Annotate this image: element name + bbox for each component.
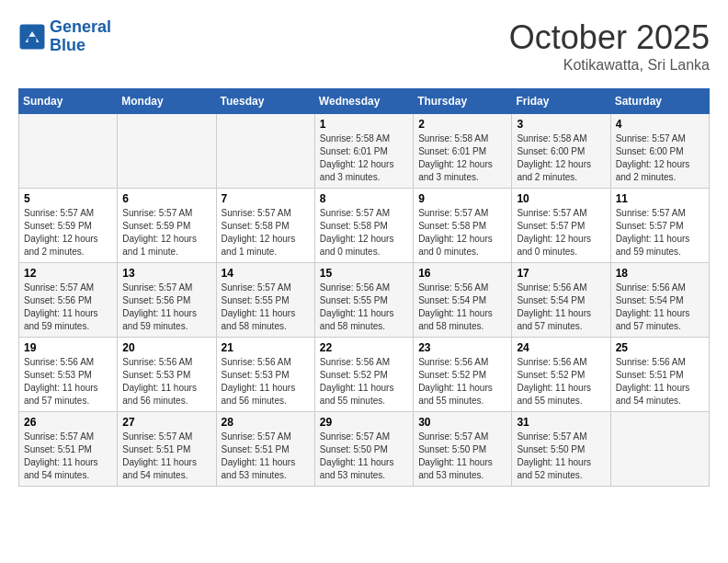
logo-line2: Blue: [50, 36, 85, 54]
svg-rect-2: [28, 37, 37, 42]
calendar-cell: 4Sunrise: 5:57 AMSunset: 6:00 PMDaylight…: [610, 114, 709, 189]
calendar-cell: 11Sunrise: 5:57 AMSunset: 5:57 PMDayligh…: [610, 189, 709, 263]
day-info: Sunrise: 5:56 AMSunset: 5:54 PMDaylight:…: [418, 282, 506, 333]
day-number: 23: [418, 341, 506, 354]
day-info: Sunrise: 5:56 AMSunset: 5:55 PMDaylight:…: [320, 282, 408, 333]
day-info: Sunrise: 5:56 AMSunset: 5:53 PMDaylight:…: [222, 356, 310, 408]
calendar-cell: 17Sunrise: 5:56 AMSunset: 5:54 PMDayligh…: [512, 263, 610, 338]
day-info: Sunrise: 5:56 AMSunset: 5:52 PMDaylight:…: [418, 356, 506, 408]
day-info: Sunrise: 5:57 AMSunset: 5:50 PMDaylight:…: [517, 431, 605, 482]
day-number: 2: [418, 118, 506, 131]
day-info: Sunrise: 5:57 AMSunset: 5:51 PMDaylight:…: [222, 431, 310, 482]
day-number: 6: [122, 192, 210, 205]
calendar-cell: 18Sunrise: 5:56 AMSunset: 5:54 PMDayligh…: [610, 263, 709, 338]
month-title: October 2025: [509, 18, 710, 57]
calendar-cell: 7Sunrise: 5:57 AMSunset: 5:58 PMDaylight…: [216, 189, 314, 263]
day-info: Sunrise: 5:57 AMSunset: 5:59 PMDaylight:…: [24, 207, 112, 259]
day-info: Sunrise: 5:56 AMSunset: 5:54 PMDaylight:…: [517, 282, 605, 333]
week-row-4: 19Sunrise: 5:56 AMSunset: 5:53 PMDayligh…: [19, 338, 710, 412]
calendar-cell: 20Sunrise: 5:56 AMSunset: 5:53 PMDayligh…: [118, 338, 216, 412]
day-number: 21: [222, 341, 310, 354]
calendar-cell: 14Sunrise: 5:57 AMSunset: 5:55 PMDayligh…: [216, 263, 314, 338]
calendar-table: SundayMondayTuesdayWednesdayThursdayFrid…: [18, 88, 710, 487]
calendar-cell: 29Sunrise: 5:57 AMSunset: 5:50 PMDayligh…: [314, 412, 413, 487]
calendar-cell: 12Sunrise: 5:57 AMSunset: 5:56 PMDayligh…: [19, 263, 118, 338]
calendar-cell: 23Sunrise: 5:56 AMSunset: 5:52 PMDayligh…: [414, 338, 512, 412]
day-number: 15: [320, 267, 408, 280]
logo-line1: General: [50, 17, 111, 36]
day-number: 11: [616, 192, 704, 205]
weekday-header-saturday: Saturday: [610, 89, 709, 114]
day-number: 22: [320, 341, 408, 354]
day-info: Sunrise: 5:56 AMSunset: 5:52 PMDaylight:…: [517, 356, 605, 408]
day-info: Sunrise: 5:56 AMSunset: 5:53 PMDaylight:…: [122, 356, 210, 408]
weekday-header-tuesday: Tuesday: [216, 89, 314, 114]
weekday-header-wednesday: Wednesday: [314, 89, 413, 114]
calendar-cell: 3Sunrise: 5:58 AMSunset: 6:00 PMDaylight…: [512, 114, 610, 189]
weekday-header-friday: Friday: [512, 89, 610, 114]
calendar-header: SundayMondayTuesdayWednesdayThursdayFrid…: [19, 89, 710, 114]
location-title: Kotikawatta, Sri Lanka: [509, 57, 710, 74]
day-number: 13: [122, 267, 210, 280]
calendar-cell: 21Sunrise: 5:56 AMSunset: 5:53 PMDayligh…: [216, 338, 314, 412]
calendar-cell: 10Sunrise: 5:57 AMSunset: 5:57 PMDayligh…: [512, 189, 610, 263]
weekday-row: SundayMondayTuesdayWednesdayThursdayFrid…: [19, 89, 710, 114]
day-number: 20: [122, 341, 210, 354]
calendar-cell: 27Sunrise: 5:57 AMSunset: 5:51 PMDayligh…: [118, 412, 216, 487]
calendar-cell: 24Sunrise: 5:56 AMSunset: 5:52 PMDayligh…: [512, 338, 610, 412]
weekday-header-sunday: Sunday: [19, 89, 118, 114]
calendar-cell: [610, 412, 709, 487]
logo-icon: [18, 23, 46, 51]
calendar-cell: [19, 114, 118, 189]
calendar-cell: 5Sunrise: 5:57 AMSunset: 5:59 PMDaylight…: [19, 189, 118, 263]
day-info: Sunrise: 5:57 AMSunset: 5:58 PMDaylight:…: [418, 207, 506, 259]
day-info: Sunrise: 5:56 AMSunset: 5:53 PMDaylight:…: [24, 356, 112, 408]
day-info: Sunrise: 5:57 AMSunset: 5:56 PMDaylight:…: [24, 282, 112, 333]
calendar-cell: [118, 114, 216, 189]
day-info: Sunrise: 5:57 AMSunset: 5:58 PMDaylight:…: [320, 207, 408, 259]
day-number: 30: [418, 416, 506, 429]
day-info: Sunrise: 5:58 AMSunset: 6:01 PMDaylight:…: [320, 132, 408, 184]
day-number: 29: [320, 416, 408, 429]
day-number: 26: [24, 416, 112, 429]
weekday-header-thursday: Thursday: [414, 89, 512, 114]
day-info: Sunrise: 5:57 AMSunset: 5:59 PMDaylight:…: [122, 207, 210, 259]
day-number: 9: [418, 192, 506, 205]
day-info: Sunrise: 5:56 AMSunset: 5:52 PMDaylight:…: [320, 356, 408, 408]
day-number: 19: [24, 341, 112, 354]
day-info: Sunrise: 5:56 AMSunset: 5:54 PMDaylight:…: [616, 282, 704, 333]
day-info: Sunrise: 5:58 AMSunset: 6:01 PMDaylight:…: [418, 132, 506, 184]
day-info: Sunrise: 5:58 AMSunset: 6:00 PMDaylight:…: [517, 132, 605, 184]
calendar-cell: 1Sunrise: 5:58 AMSunset: 6:01 PMDaylight…: [314, 114, 413, 189]
week-row-2: 5Sunrise: 5:57 AMSunset: 5:59 PMDaylight…: [19, 189, 710, 263]
calendar-cell: 26Sunrise: 5:57 AMSunset: 5:51 PMDayligh…: [19, 412, 118, 487]
calendar-cell: 31Sunrise: 5:57 AMSunset: 5:50 PMDayligh…: [512, 412, 610, 487]
calendar-cell: 9Sunrise: 5:57 AMSunset: 5:58 PMDaylight…: [414, 189, 512, 263]
day-number: 12: [24, 267, 112, 280]
calendar-cell: 6Sunrise: 5:57 AMSunset: 5:59 PMDaylight…: [118, 189, 216, 263]
title-area: October 2025 Kotikawatta, Sri Lanka: [509, 18, 710, 74]
day-number: 1: [320, 118, 408, 131]
day-number: 28: [222, 416, 310, 429]
day-info: Sunrise: 5:57 AMSunset: 5:51 PMDaylight:…: [122, 431, 210, 482]
day-info: Sunrise: 5:57 AMSunset: 5:56 PMDaylight:…: [122, 282, 210, 333]
day-number: 8: [320, 192, 408, 205]
day-info: Sunrise: 5:57 AMSunset: 5:57 PMDaylight:…: [616, 207, 704, 259]
day-number: 17: [517, 267, 605, 280]
day-number: 3: [517, 118, 605, 131]
day-info: Sunrise: 5:56 AMSunset: 5:51 PMDaylight:…: [616, 356, 704, 408]
header: General Blue October 2025 Kotikawatta, S…: [18, 18, 710, 74]
calendar-body: 1Sunrise: 5:58 AMSunset: 6:01 PMDaylight…: [19, 114, 710, 487]
calendar-cell: [216, 114, 314, 189]
day-info: Sunrise: 5:57 AMSunset: 5:55 PMDaylight:…: [222, 282, 310, 333]
day-number: 31: [517, 416, 605, 429]
day-number: 5: [24, 192, 112, 205]
calendar-cell: 28Sunrise: 5:57 AMSunset: 5:51 PMDayligh…: [216, 412, 314, 487]
day-number: 4: [616, 118, 704, 131]
logo-text: General Blue: [50, 18, 111, 55]
calendar-cell: 2Sunrise: 5:58 AMSunset: 6:01 PMDaylight…: [414, 114, 512, 189]
day-info: Sunrise: 5:57 AMSunset: 5:50 PMDaylight:…: [418, 431, 506, 482]
calendar-cell: 30Sunrise: 5:57 AMSunset: 5:50 PMDayligh…: [414, 412, 512, 487]
day-info: Sunrise: 5:57 AMSunset: 5:58 PMDaylight:…: [222, 207, 310, 259]
logo: General Blue: [18, 18, 111, 55]
